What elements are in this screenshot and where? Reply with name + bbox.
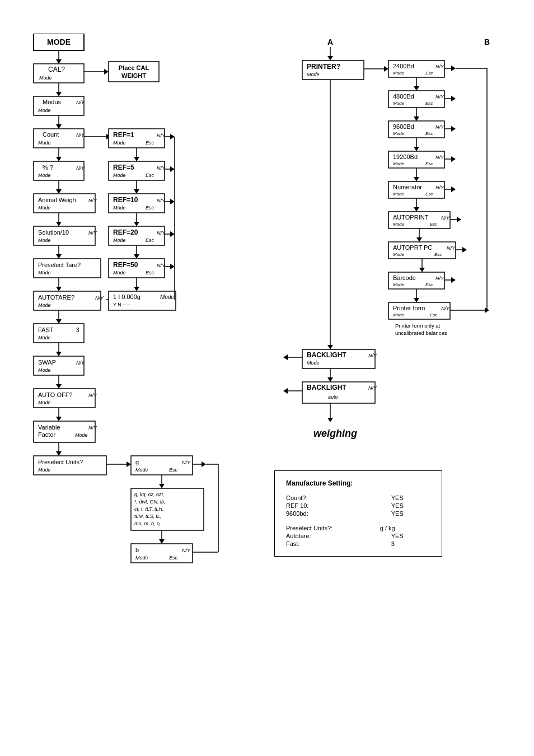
svg-text:Esc: Esc <box>425 282 433 287</box>
svg-text:Mode: Mode <box>38 467 51 473</box>
svg-text:Esc: Esc <box>169 467 178 473</box>
svg-marker-104 <box>170 166 175 172</box>
svg-text:Mode: Mode <box>393 71 405 76</box>
svg-marker-233 <box>462 247 467 253</box>
svg-text:Preselect Tare?: Preselect Tare? <box>38 262 81 268</box>
svg-marker-257 <box>327 345 333 349</box>
svg-text:3: 3 <box>76 327 79 333</box>
svg-text:Esc: Esc <box>425 71 433 76</box>
svg-text:Esc: Esc <box>146 205 154 211</box>
svg-text:Mode: Mode <box>38 205 51 211</box>
svg-text:A: A <box>327 38 333 46</box>
svg-text:1  I  0.000g: 1 I 0.000g <box>113 293 140 300</box>
svg-marker-131 <box>170 264 175 269</box>
svg-text:weighing: weighing <box>313 428 357 439</box>
svg-marker-88 <box>127 461 131 467</box>
svg-text:CAL?: CAL? <box>48 66 65 73</box>
svg-text:Modus: Modus <box>43 99 62 105</box>
svg-marker-199 <box>414 147 419 151</box>
svg-marker-263 <box>283 354 288 360</box>
svg-text:Mode: Mode <box>393 252 405 257</box>
svg-text:Esc: Esc <box>146 140 154 146</box>
manufacture-row: Preselect Units?: g / kg <box>286 524 430 532</box>
svg-marker-179 <box>451 66 456 71</box>
svg-text:mo, m. b, o,: mo, m. b, o, <box>134 521 161 526</box>
svg-marker-58 <box>56 319 62 324</box>
left-flowchart: MODE CAL? Mode Place CAL WEIGHT Modus N/… <box>17 34 235 627</box>
svg-text:Esc: Esc <box>169 555 178 561</box>
svg-marker-133 <box>134 287 139 291</box>
svg-marker-115 <box>134 222 139 226</box>
svg-marker-97 <box>134 157 139 161</box>
svg-text:Mode: Mode <box>135 467 148 473</box>
svg-text:Mode: Mode <box>393 312 405 318</box>
svg-marker-124 <box>134 254 139 259</box>
svg-text:N/Y: N/Y <box>76 165 85 171</box>
svg-text:2400Bd: 2400Bd <box>393 63 414 69</box>
svg-text:WEIGHT: WEIGHT <box>121 72 146 79</box>
manufacture-title: Manufacture Setting: <box>286 479 430 487</box>
svg-text:AUTOPRINT: AUTOPRINT <box>393 214 429 221</box>
svg-text:Numerator: Numerator <box>393 184 422 190</box>
svg-marker-147 <box>159 484 165 488</box>
svg-marker-208 <box>414 177 419 181</box>
svg-text:Esc: Esc <box>425 131 433 136</box>
svg-text:Esc: Esc <box>146 172 154 178</box>
svg-text:Mode: Mode <box>113 205 126 211</box>
svg-text:Esc: Esc <box>425 101 433 106</box>
svg-marker-64 <box>56 352 62 356</box>
svg-marker-242 <box>451 277 456 283</box>
svg-text:MODE: MODE <box>47 38 71 46</box>
svg-text:Mode: Mode <box>113 172 126 178</box>
svg-text:Preselect Units?: Preselect Units? <box>38 459 83 465</box>
svg-text:N/Y: N/Y <box>157 133 166 138</box>
svg-text:g: g <box>135 459 139 465</box>
svg-text:Barcode: Barcode <box>393 274 416 281</box>
svg-text:N/Y: N/Y <box>435 124 444 130</box>
svg-text:Mode: Mode <box>38 302 51 308</box>
svg-text:Mode: Mode <box>135 555 148 561</box>
svg-text:N/Y: N/Y <box>76 132 85 138</box>
svg-text:Mode: Mode <box>39 75 52 81</box>
manufacture-settings: Manufacture Setting: Count?: YES REF 10:… <box>274 470 442 557</box>
svg-text:REF=50: REF=50 <box>113 261 138 269</box>
svg-text:Mode: Mode <box>38 335 51 340</box>
svg-marker-235 <box>419 268 425 272</box>
svg-text:Mode: Mode <box>38 237 51 243</box>
svg-text:N/Y: N/Y <box>435 64 444 69</box>
svg-text:N/Y: N/Y <box>435 276 444 281</box>
manufacture-row: 9600bd: YES <box>286 510 430 517</box>
svg-text:*, dwt, GN, lb,: *, dwt, GN, lb, <box>134 499 166 505</box>
svg-text:auto: auto <box>328 394 338 400</box>
svg-marker-39 <box>56 222 62 226</box>
svg-text:Esc: Esc <box>430 222 437 227</box>
svg-text:Animal Weigh: Animal Weigh <box>38 197 76 203</box>
svg-text:uncalibrated balances: uncalibrated balances <box>395 330 447 336</box>
svg-text:Mode: Mode <box>393 282 405 287</box>
svg-marker-27 <box>56 157 62 161</box>
svg-text:Mode: Mode <box>38 270 51 276</box>
svg-text:ct, t,  tLT, tLH,: ct, t, tLT, tLH, <box>134 506 164 512</box>
manufacture-row: Autotare: YES <box>286 532 430 540</box>
svg-text:FAST: FAST <box>38 326 54 333</box>
svg-text:REF=5: REF=5 <box>113 164 134 171</box>
svg-text:N/Y: N/Y <box>88 393 97 398</box>
svg-text:REF=1: REF=1 <box>113 131 134 139</box>
svg-marker-224 <box>457 217 461 222</box>
svg-text:Variable: Variable <box>38 424 60 431</box>
svg-text:Mode: Mode <box>113 140 126 146</box>
svg-text:Mode: Mode <box>38 140 51 146</box>
svg-text:g, kg, oz, ozt,: g, kg, oz, ozt, <box>134 492 165 497</box>
page: MODE CAL? Mode Place CAL WEIGHT Modus N/… <box>0 0 534 756</box>
svg-marker-83 <box>56 451 62 456</box>
manufacture-row: Count?: YES <box>286 494 430 502</box>
svg-text:REF=10: REF=10 <box>113 196 138 204</box>
svg-marker-76 <box>56 417 62 421</box>
svg-marker-181 <box>414 86 419 91</box>
svg-marker-190 <box>414 116 419 121</box>
svg-marker-265 <box>327 377 333 382</box>
svg-marker-215 <box>451 186 456 192</box>
svg-text:BACKLIGHT: BACKLIGHT <box>307 351 346 359</box>
svg-text:N/Y: N/Y <box>95 295 104 301</box>
svg-text:Mode: Mode <box>393 131 405 136</box>
